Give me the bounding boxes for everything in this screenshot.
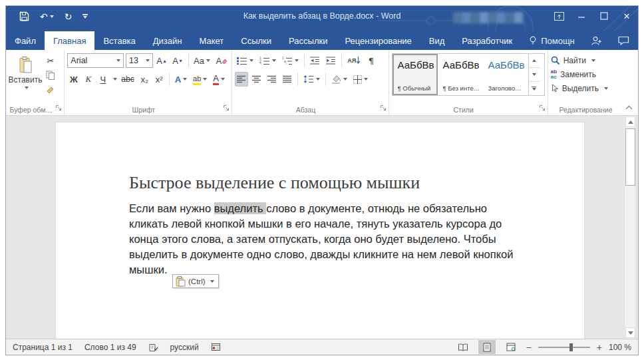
multilevel-list-icon: 1ai: [282, 57, 293, 65]
styles-scroll-down-button[interactable]: [529, 68, 540, 82]
shading-button[interactable]: [329, 72, 349, 87]
font-color-button[interactable]: А: [211, 72, 227, 87]
find-button[interactable]: Найти: [551, 53, 621, 67]
italic-button[interactable]: К: [82, 72, 94, 87]
justify-button[interactable]: [281, 72, 294, 87]
zoom-slider-thumb[interactable]: [569, 343, 573, 351]
styles-group-label: Стили: [389, 106, 538, 114]
zoom-in-button[interactable]: +: [597, 342, 602, 353]
tab-review[interactable]: Рецензирование: [336, 31, 420, 50]
increase-indent-button[interactable]: [324, 53, 338, 68]
scrollbar-thumb[interactable]: [625, 128, 635, 186]
minimize-button[interactable]: [570, 6, 593, 26]
borders-button[interactable]: [351, 72, 370, 87]
editing-group-label: Редактирование: [548, 106, 624, 114]
align-center-button[interactable]: [250, 72, 263, 87]
paste-options-button[interactable]: (Ctrl): [172, 274, 219, 288]
redacted-account-name: [453, 12, 524, 23]
tell-me-helper[interactable]: Помощн: [521, 31, 583, 50]
format-painter-icon: [46, 85, 55, 94]
bullets-button[interactable]: [235, 53, 255, 68]
style-heading1[interactable]: АаБбВв Заголово…: [483, 54, 528, 95]
maximize-button[interactable]: [593, 6, 615, 26]
copy-icon: [46, 71, 55, 80]
font-size-combo[interactable]: 13: [126, 53, 153, 68]
selected-word: выделить: [214, 202, 266, 214]
tab-layout[interactable]: Макет: [190, 31, 232, 50]
paste-button[interactable]: Вставить: [10, 53, 41, 102]
clear-formatting-button[interactable]: А: [214, 53, 229, 68]
align-right-button[interactable]: [265, 72, 279, 87]
document-page[interactable]: Быстрое выделение с помощью мышки Если в…: [56, 122, 584, 339]
shrink-font-button[interactable]: А▼: [171, 53, 185, 68]
tab-insert[interactable]: Вставка: [94, 31, 144, 50]
page-indicator[interactable]: Страница 1 из 1: [13, 343, 73, 352]
sort-button[interactable]: АЯ: [345, 53, 363, 68]
strikethrough-button[interactable]: abc: [119, 72, 136, 87]
styles-scroll-up-button[interactable]: [529, 54, 540, 68]
close-button[interactable]: ✕: [615, 6, 638, 26]
tab-home[interactable]: Главная: [45, 31, 94, 50]
language-indicator[interactable]: русский: [170, 343, 199, 352]
scroll-down-button[interactable]: [625, 327, 635, 338]
read-mode-button[interactable]: [454, 340, 472, 354]
window-title: Как выделить абзац в Ворде.docx - Word: [6, 6, 638, 26]
cut-button[interactable]: ✂: [43, 55, 58, 67]
show-paragraph-marks-button[interactable]: ¶: [365, 53, 377, 68]
grow-font-button[interactable]: А▲: [155, 53, 169, 68]
comments-button[interactable]: [610, 31, 640, 50]
group-paragraph: 123 1ai АЯ ¶: [232, 50, 389, 115]
underline-dropdown-arrow[interactable]: [113, 78, 117, 81]
style-normal[interactable]: АаБбВв ¶ Обычный: [393, 54, 438, 95]
decrease-indent-button[interactable]: [308, 53, 322, 68]
styles-more-button[interactable]: [529, 82, 540, 95]
font-name-combo[interactable]: Arial: [67, 53, 124, 68]
text-effects-button[interactable]: А: [173, 72, 189, 87]
superscript-button[interactable]: x²: [153, 72, 166, 87]
collapse-ribbon-button[interactable]: [625, 100, 633, 112]
select-button[interactable]: Выделить: [551, 81, 621, 95]
highlight-color-button[interactable]: ab: [191, 72, 209, 87]
format-painter-button[interactable]: [43, 84, 58, 96]
style-no-spacing[interactable]: АаБбВв ¶ Без инте…: [438, 54, 483, 95]
document-area: Быстрое выделение с помощью мышки Если в…: [6, 116, 638, 339]
paragraph-dialog-launcher[interactable]: [380, 102, 387, 114]
font-group-label: Шрифт: [65, 106, 222, 114]
font-dialog-launcher[interactable]: [223, 102, 230, 114]
tab-developer[interactable]: Разработчик: [453, 31, 521, 50]
bold-button[interactable]: Ж: [67, 72, 80, 87]
web-layout-button[interactable]: [502, 340, 520, 354]
subscript-button[interactable]: x₂: [138, 72, 151, 87]
line-spacing-button[interactable]: [301, 72, 322, 87]
underline-button[interactable]: Ч: [96, 72, 109, 87]
tab-view[interactable]: Вид: [420, 31, 454, 50]
change-case-button[interactable]: Аа: [192, 53, 212, 68]
zoom-level[interactable]: 100 %: [609, 343, 631, 352]
word-count[interactable]: Слово 1 из 49: [84, 343, 136, 352]
copy-button[interactable]: [43, 69, 58, 81]
cursor-icon: [551, 84, 559, 92]
print-layout-button[interactable]: [478, 340, 496, 354]
zoom-out-button[interactable]: −: [526, 342, 532, 353]
multilevel-list-button[interactable]: 1ai: [280, 53, 301, 68]
tab-design[interactable]: Дизайн: [144, 31, 191, 50]
word-window: ↶ ↻ Как выделить абзац в Ворде.docx - Wo…: [5, 5, 639, 355]
paste-options-icon: [176, 276, 186, 287]
numbering-button[interactable]: 123: [257, 53, 278, 68]
tab-references[interactable]: Ссылки: [232, 31, 280, 50]
vertical-scrollbar[interactable]: [624, 116, 635, 339]
macro-recorder[interactable]: [211, 343, 221, 351]
scroll-up-button[interactable]: [625, 116, 635, 127]
share-button[interactable]: [583, 31, 610, 50]
styles-gallery-scroll: [528, 54, 540, 95]
tab-mailings[interactable]: Рассылки: [280, 31, 336, 50]
styles-dialog-launcher[interactable]: [539, 102, 546, 114]
proofing-book-icon: [148, 343, 158, 352]
replace-button[interactable]: abac Заменить: [551, 67, 621, 81]
proofing-status[interactable]: [148, 343, 158, 352]
zoom-slider[interactable]: [538, 347, 590, 348]
ribbon-display-options-button[interactable]: [548, 6, 570, 26]
clipboard-dialog-launcher[interactable]: [55, 102, 62, 114]
align-left-button[interactable]: [235, 72, 248, 87]
tab-file[interactable]: Файл: [6, 31, 45, 50]
